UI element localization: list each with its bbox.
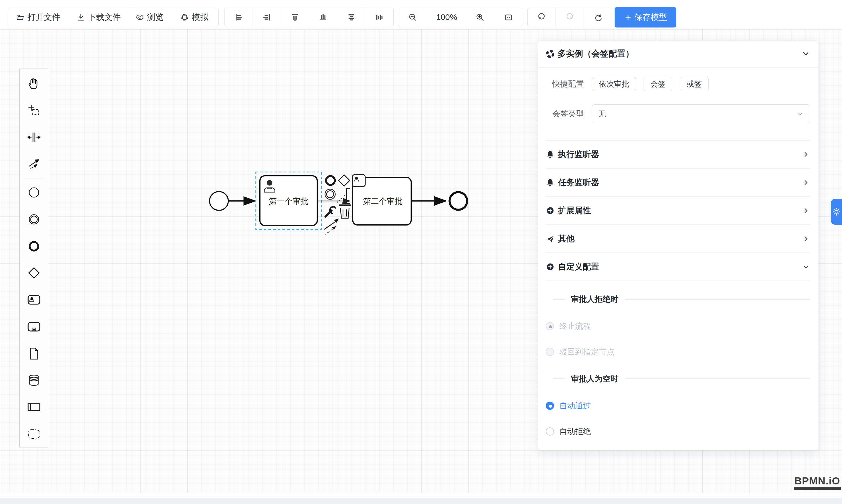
chevron-right-icon <box>802 150 810 159</box>
divider-dash <box>553 379 564 379</box>
empty-group-title: 审批人为空时 <box>546 374 810 384</box>
radio-circle <box>546 402 554 410</box>
properties-panel: 多实例（会签配置） 快捷配置 依次审批 会签 或签 会签类型 无 <box>538 40 818 450</box>
section-other[interactable]: 其他 <box>546 225 810 253</box>
bell-icon <box>546 178 555 187</box>
panel-header[interactable]: 多实例（会签配置） <box>538 41 818 68</box>
connect-tool-icon[interactable] <box>324 218 339 234</box>
sign-type-value: 无 <box>598 109 796 119</box>
chevron-right-icon <box>802 206 810 215</box>
append-user-task-icon[interactable] <box>352 175 365 187</box>
section-task-listener[interactable]: 任务监听器 <box>546 169 810 197</box>
reject-group-title: 审批人拒绝时 <box>546 294 810 305</box>
append-gateway-icon[interactable] <box>339 175 350 186</box>
radio-circle <box>546 427 554 435</box>
panel-sections: 执行监听器 任务监听器 扩展属性 <box>546 140 810 281</box>
divider-line <box>625 379 810 379</box>
quick-option-countersign[interactable]: 会签 <box>644 77 672 91</box>
radio-circle <box>546 322 554 330</box>
radio-return-to-node: 驳回到指定节点 <box>546 347 810 357</box>
end-event[interactable] <box>450 192 467 210</box>
chevron-down-icon[interactable] <box>801 50 810 58</box>
quick-option-sequential[interactable]: 依次审批 <box>592 77 636 91</box>
task1-label: 第一个审批 <box>269 197 309 205</box>
append-intermediate-event-icon[interactable] <box>325 189 335 199</box>
wrench-icon[interactable] <box>326 207 336 217</box>
bell-icon <box>546 150 555 159</box>
plus-circle-icon <box>546 263 555 271</box>
chevron-right-icon <box>802 235 810 243</box>
task2-label: 第二个审批 <box>363 197 403 205</box>
quick-config-label: 快捷配置 <box>546 79 584 89</box>
text-annotation-icon[interactable] <box>347 189 350 203</box>
radio-auto-pass[interactable]: 自动通过 <box>546 400 810 411</box>
start-event[interactable] <box>210 192 228 210</box>
divider-dash <box>553 299 564 300</box>
panel-title: 多实例（会签配置） <box>558 48 801 60</box>
sign-type-select[interactable]: 无 <box>592 104 810 123</box>
chevron-right-icon <box>802 178 810 187</box>
radio-auto-reject[interactable]: 自动拒绝 <box>546 426 810 437</box>
sign-type-row: 会签类型 无 <box>546 104 810 123</box>
multi-instance-icon <box>546 50 555 58</box>
chevron-down-icon <box>802 263 810 271</box>
quick-config-row: 快捷配置 依次审批 会签 或签 <box>546 77 810 91</box>
task-first-approval[interactable]: 第一个审批 <box>260 176 317 226</box>
chevron-down-icon <box>796 110 804 118</box>
bpmn-io-logo[interactable]: BPMN.iO <box>794 475 841 490</box>
quick-option-orsign[interactable]: 或签 <box>680 77 708 91</box>
plus-circle-icon <box>546 206 555 215</box>
radio-terminate-process: 终止流程 <box>546 321 810 331</box>
sign-type-label: 会签类型 <box>546 109 584 119</box>
section-extended-properties[interactable]: 扩展属性 <box>546 197 810 225</box>
append-end-event-icon[interactable] <box>326 176 335 185</box>
section-execution-listener[interactable]: 执行监听器 <box>546 141 810 169</box>
section-custom-config[interactable]: 自定义配置 <box>546 253 810 281</box>
radio-circle <box>546 348 554 356</box>
settings-tab[interactable] <box>831 199 842 224</box>
send-icon <box>546 234 555 243</box>
trash-icon[interactable] <box>339 202 351 218</box>
gear-icon <box>831 207 841 217</box>
divider-line <box>625 299 810 300</box>
